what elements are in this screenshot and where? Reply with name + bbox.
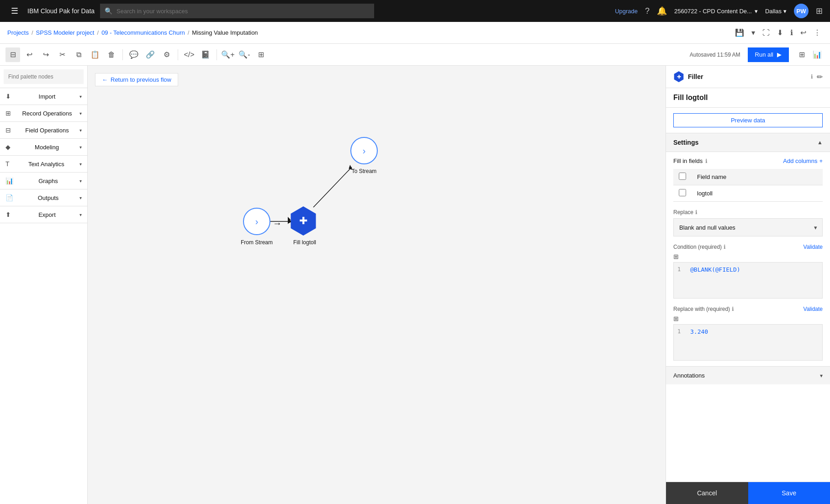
condition-code-text: @BLANK(@FIELD) (690, 266, 740, 273)
palette-modeling-label: Modeling (35, 144, 59, 151)
replace-with-group: Replace with (required) ℹ Validate ⊞ 1 3… (673, 306, 823, 361)
condition-editor-toolbar: ⊞ (673, 253, 823, 260)
account-selector[interactable]: 2560722 - CPD Content De... ▾ (674, 8, 758, 15)
import-chevron-icon: ▾ (79, 94, 82, 99)
palette-category-record-ops-header[interactable]: ⊞ Record Operations ▾ (0, 105, 87, 121)
canvas-area: ← Return to previous flow (88, 66, 666, 504)
condition-code-editor[interactable]: 1 @BLANK(@FIELD) (673, 262, 823, 299)
table-view-btn[interactable]: ⊞ (794, 47, 809, 62)
settings-section-header[interactable]: Settings ▲ (666, 133, 830, 152)
breadcrumb-project[interactable]: SPSS Modeler project (36, 29, 95, 36)
logtoll-checkbox[interactable] (679, 189, 686, 196)
from-stream-arrow-icon: › (255, 216, 259, 227)
copy-btn[interactable]: ⧉ (71, 47, 86, 62)
from-stream-node[interactable]: › (243, 208, 270, 235)
redo-btn[interactable]: ↪ (38, 47, 53, 62)
replace-with-editor-toolbar: ⊞ (673, 315, 823, 322)
palette-category-text-analytics-header[interactable]: T Text Analytics ▾ (0, 156, 87, 172)
palette-field-ops-label: Field Operations (25, 127, 69, 134)
breadcrumb-flow[interactable]: 09 - Telecommunications Churn (101, 29, 185, 36)
edit-panel-icon[interactable]: ✏ (817, 73, 823, 81)
palette-category-graphs: 📊 Graphs ▾ (0, 173, 87, 189)
table-header-row: Field name (673, 169, 823, 185)
fields-table: Field name logtoll (673, 169, 823, 202)
help-panel-icon[interactable]: ℹ (811, 74, 813, 80)
breadcrumb-chevron-icon[interactable]: ▾ (750, 26, 757, 39)
palette-search-input[interactable] (4, 69, 84, 84)
undo-breadcrumb-icon[interactable]: ↩ (798, 26, 808, 39)
preview-data-button[interactable]: Preview data (673, 113, 823, 127)
user-avatar[interactable]: PW (794, 4, 809, 18)
row-checkbox-cell (673, 185, 692, 202)
condition-table-icon[interactable]: ⊞ (673, 253, 679, 260)
present-icon[interactable]: ⛶ (761, 26, 772, 39)
breadcrumb-projects[interactable]: Projects (7, 29, 29, 36)
replace-group: Replace ℹ Blank and null values Blank va… (673, 209, 823, 236)
palette-category-modeling-header[interactable]: ◆ Modeling ▾ (0, 139, 87, 155)
cancel-button[interactable]: Cancel (666, 482, 748, 504)
notifications-icon[interactable]: 🔔 (657, 6, 667, 16)
info-breadcrumb-icon[interactable]: ℹ (788, 26, 795, 39)
grid-icon[interactable]: ⊞ (816, 6, 823, 16)
palette-category-import: ⬇ Import ▾ (0, 88, 87, 105)
condition-info-icon[interactable]: ℹ (724, 244, 726, 250)
zoom-out-btn[interactable]: 🔍- (237, 47, 252, 62)
code-btn[interactable]: </> (182, 47, 196, 62)
paste-btn[interactable]: 📋 (88, 47, 102, 62)
replace-with-code-editor[interactable]: 1 3.240 (673, 324, 823, 361)
download-icon[interactable]: ⬇ (775, 26, 785, 39)
toolbar-sep-1 (122, 49, 123, 60)
hamburger-icon[interactable]: ☰ (7, 4, 22, 18)
fit-btn[interactable]: ⊞ (254, 47, 268, 62)
replace-with-validate-link[interactable]: Validate (804, 306, 823, 312)
palette-export-label: Export (38, 211, 56, 218)
select-all-checkbox[interactable] (679, 173, 686, 180)
palette-toggle-btn[interactable]: ⊟ (5, 47, 20, 62)
palette-category-graphs-header[interactable]: 📊 Graphs ▾ (0, 173, 87, 189)
delete-btn[interactable]: 🗑 (104, 47, 119, 62)
comment-btn[interactable]: 💬 (127, 47, 141, 62)
save-button[interactable]: Save (748, 482, 830, 504)
undo-btn[interactable]: ↩ (22, 47, 37, 62)
replace-with-info-icon[interactable]: ℹ (732, 306, 734, 312)
palette-category-export-header[interactable]: ⬆ Export ▾ (0, 206, 87, 223)
global-search-input[interactable] (100, 4, 374, 18)
modeling-chevron-icon: ▾ (79, 145, 82, 150)
upgrade-link[interactable]: Upgrade (615, 8, 638, 15)
annotations-header[interactable]: Annotations ▾ (666, 367, 830, 384)
right-panel-footer: Cancel Save (666, 482, 830, 504)
palette-category-export: ⬆ Export ▾ (0, 206, 87, 223)
replace-select[interactable]: Blank and null values Blank values Null … (673, 218, 823, 236)
fill-fields-info-icon[interactable]: ℹ (705, 158, 708, 164)
output-view-btn[interactable]: 📊 (810, 47, 825, 62)
palette-category-outputs-header[interactable]: 📄 Outputs ▾ (0, 189, 87, 206)
link-btn[interactable]: 🔗 (143, 47, 158, 62)
palette-category-import-header[interactable]: ⬇ Import ▾ (0, 88, 87, 105)
record-ops-chevron-icon: ▾ (79, 111, 82, 116)
to-stream-node[interactable]: › (350, 137, 378, 164)
replace-with-table-icon[interactable]: ⊞ (673, 315, 679, 322)
table-row: logtoll (673, 185, 823, 202)
replace-info-icon[interactable]: ℹ (695, 209, 698, 215)
condition-validate-link[interactable]: Validate (804, 244, 823, 250)
more-breadcrumb-icon[interactable]: ⋮ (812, 26, 823, 39)
settings-content: Fill in fields ℹ Add columns + (666, 152, 830, 366)
zoom-in-btn[interactable]: 🔍+ (221, 47, 235, 62)
cut-btn[interactable]: ✂ (55, 47, 69, 62)
account-label: 2560722 - CPD Content De... (674, 8, 752, 15)
palette-category-field-ops-header[interactable]: ⊟ Field Operations ▾ (0, 122, 87, 138)
save-icon[interactable]: 💾 (733, 26, 746, 39)
text-analytics-chevron-icon: ▾ (79, 162, 82, 167)
return-to-flow-button[interactable]: ← Return to previous flow (95, 73, 178, 86)
help-icon[interactable]: ? (645, 6, 650, 16)
location-selector[interactable]: Dallas ▾ (765, 8, 787, 15)
run-all-button[interactable]: Run all ▶ (748, 47, 789, 62)
right-panel-header: ✚ Filler ℹ ✏ (666, 66, 830, 88)
annotations-section: Annotations ▾ (666, 366, 830, 384)
fill-logtoll-node[interactable]: ✚ (289, 206, 318, 236)
notebook-btn[interactable]: 📓 (198, 47, 213, 62)
fill-fields-header: Fill in fields ℹ Add columns + (673, 158, 823, 164)
add-columns-button[interactable]: Add columns + (783, 158, 823, 164)
settings-btn[interactable]: ⚙ (159, 47, 174, 62)
navbar: ☰ IBM Cloud Pak for Data 🔍 Upgrade ? 🔔 2… (0, 0, 830, 22)
